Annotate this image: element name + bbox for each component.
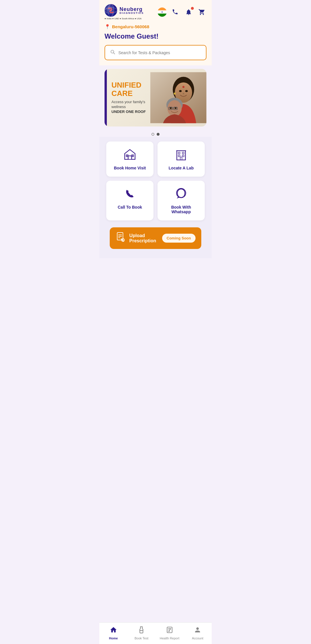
- banner-section: UNIFIED CARE Access your family's wellne…: [99, 65, 212, 130]
- banner-subtitle-text: Access your family's wellness: [111, 100, 145, 109]
- prescription-banner[interactable]: Upload Prescription Coming Soon: [110, 227, 201, 249]
- location-text: Bengaluru-560068: [112, 24, 149, 29]
- cart-icon[interactable]: [197, 7, 206, 17]
- welcome-section: Welcome Guest!: [99, 31, 212, 45]
- dot-1[interactable]: [151, 133, 154, 136]
- svg-point-16: [170, 107, 172, 109]
- search-input[interactable]: [118, 50, 201, 55]
- whatsapp-icon: [175, 187, 188, 202]
- svg-point-17: [175, 107, 177, 109]
- location-bar[interactable]: 📍 Bengaluru-560068: [99, 22, 212, 31]
- book-home-visit-card[interactable]: Book Home Visit: [106, 141, 153, 177]
- svg-point-32: [177, 188, 186, 198]
- search-box[interactable]: [105, 45, 206, 60]
- locate-lab-card[interactable]: Locate A Lab: [158, 141, 205, 177]
- phone-icon[interactable]: [171, 7, 180, 17]
- locate-lab-label: Locate A Lab: [169, 166, 194, 170]
- svg-rect-26: [178, 152, 180, 154]
- banner-subtitle: Access your family's wellness UNDER ONE …: [111, 100, 154, 114]
- book-whatsapp-card[interactable]: Book With Whatsapp: [158, 181, 205, 220]
- brand-main-text: Neuberg: [120, 7, 144, 12]
- banner-card: UNIFIED CARE Access your family's wellne…: [105, 69, 206, 126]
- prescription-section: Upload Prescription Coming Soon: [99, 225, 212, 258]
- action-grid: Book Home Visit Locate A Lab: [99, 137, 212, 225]
- prescription-left: Upload Prescription: [115, 232, 162, 244]
- logo-globe: [105, 4, 117, 17]
- slide-dots: [99, 130, 212, 137]
- svg-point-6: [183, 86, 185, 88]
- book-whatsapp-label: Book With Whatsapp: [162, 205, 200, 214]
- svg-point-10: [183, 93, 184, 94]
- header: Neuberg DIAGNOSTICS ● India ● UAE ● Sout…: [99, 0, 212, 22]
- prescription-icon: [115, 232, 126, 244]
- brand-countries: ● India ● UAE ● South Africa ● USA: [105, 17, 144, 20]
- svg-rect-27: [182, 152, 184, 154]
- logo-area: Neuberg DIAGNOSTICS ● India ● UAE ● Sout…: [105, 4, 144, 20]
- svg-rect-18: [128, 156, 132, 159]
- banner-subtitle-bold: UNDER ONE ROOF: [111, 109, 146, 114]
- svg-point-7: [179, 90, 182, 92]
- welcome-text: Welcome Guest!: [105, 32, 206, 40]
- notification-badge: [191, 7, 194, 10]
- search-section: [99, 45, 212, 65]
- svg-rect-29: [182, 155, 184, 157]
- call-to-book-card[interactable]: Call To Book: [106, 181, 153, 220]
- svg-point-1: [108, 4, 114, 17]
- search-icon: [110, 49, 115, 56]
- building-icon: [175, 148, 188, 163]
- svg-point-8: [185, 90, 188, 92]
- brand-name: Neuberg DIAGNOSTICS: [120, 7, 144, 14]
- call-icon: [123, 187, 136, 202]
- svg-rect-30: [180, 157, 182, 160]
- prescription-text: Upload Prescription: [129, 233, 162, 243]
- call-to-book-label: Call To Book: [118, 205, 142, 209]
- svg-point-0: [105, 4, 117, 17]
- location-pin-icon: 📍: [105, 24, 110, 29]
- svg-point-2: [105, 7, 117, 13]
- header-icons: [158, 7, 206, 17]
- banner-content: UNIFIED CARE Access your family's wellne…: [105, 75, 161, 120]
- svg-point-12: [168, 100, 182, 117]
- svg-point-9: [174, 92, 176, 95]
- banner-title: UNIFIED CARE: [111, 81, 154, 97]
- home-icon: [123, 148, 136, 163]
- dot-2[interactable]: [157, 133, 160, 136]
- notification-icon[interactable]: [184, 7, 193, 17]
- svg-rect-28: [178, 155, 180, 157]
- flag-icon[interactable]: [158, 7, 167, 17]
- book-home-visit-label: Book Home Visit: [114, 166, 146, 170]
- brand-sub-text: DIAGNOSTICS: [120, 12, 144, 14]
- coming-soon-button[interactable]: Coming Soon: [162, 234, 196, 243]
